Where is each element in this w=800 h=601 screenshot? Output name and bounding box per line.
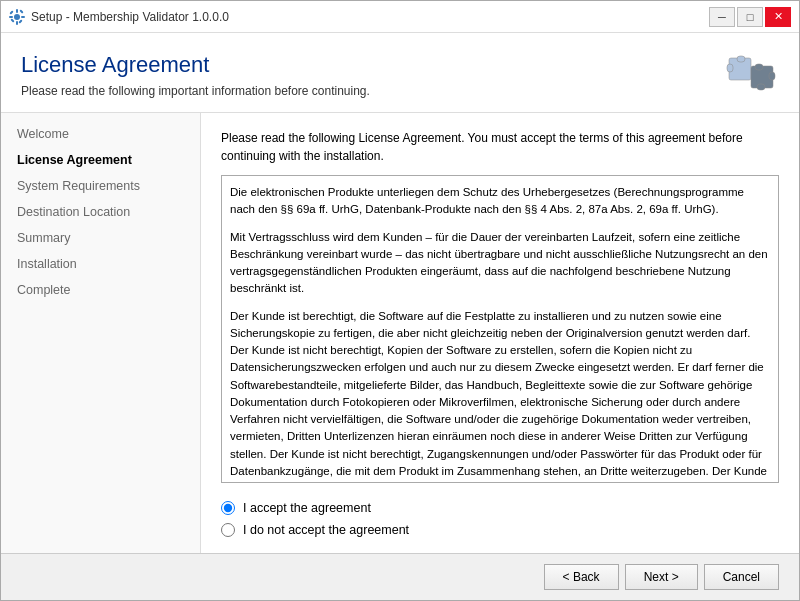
svg-rect-5 (9, 10, 13, 14)
sidebar-item-license-agreement[interactable]: License Agreement (1, 147, 200, 173)
license-text-box[interactable]: Die elektronischen Produkte unterliegen … (221, 175, 779, 483)
accept-radio[interactable] (221, 501, 235, 515)
svg-rect-2 (16, 21, 18, 25)
agreement-radio-group: I accept the agreement I do not accept t… (221, 501, 779, 537)
license-para-1: Die elektronischen Produkte unterliegen … (230, 184, 770, 219)
page-subtitle: Please read the following important info… (21, 84, 370, 98)
license-para-2: Mit Vertragsschluss wird dem Kunden – fü… (230, 229, 770, 298)
sidebar: Welcome License Agreement System Require… (1, 113, 201, 553)
sidebar-item-system-requirements[interactable]: System Requirements (1, 173, 200, 199)
svg-rect-14 (769, 72, 775, 80)
window-title: Setup - Membership Validator 1.0.0.0 (31, 10, 709, 24)
window-controls: ─ □ ✕ (709, 7, 791, 27)
page-title: License Agreement (21, 52, 370, 78)
app-icon (9, 9, 25, 25)
maximize-button[interactable]: □ (737, 7, 763, 27)
back-button[interactable]: < Back (544, 564, 619, 590)
svg-rect-8 (19, 9, 23, 13)
svg-rect-7 (10, 18, 14, 22)
svg-rect-13 (755, 64, 763, 70)
svg-rect-11 (737, 56, 745, 62)
sidebar-item-summary[interactable]: Summary (1, 225, 200, 251)
cancel-button[interactable]: Cancel (704, 564, 779, 590)
close-button[interactable]: ✕ (765, 7, 791, 27)
accept-text: I accept the agreement (243, 501, 371, 515)
titlebar: Setup - Membership Validator 1.0.0.0 ─ □… (1, 1, 799, 33)
svg-rect-3 (9, 16, 13, 18)
not-accept-label[interactable]: I do not accept the agreement (221, 523, 779, 537)
svg-rect-10 (727, 64, 733, 72)
svg-rect-1 (16, 9, 18, 13)
page-header: License Agreement Please read the follow… (1, 33, 799, 113)
setup-window: Setup - Membership Validator 1.0.0.0 ─ □… (0, 0, 800, 601)
header-text: License Agreement Please read the follow… (21, 52, 370, 98)
content-area: Please read the following License Agreem… (201, 113, 799, 553)
main-content: Welcome License Agreement System Require… (1, 113, 799, 553)
sidebar-item-destination-location[interactable]: Destination Location (1, 199, 200, 225)
footer: < Back Next > Cancel (1, 553, 799, 600)
not-accept-radio[interactable] (221, 523, 235, 537)
svg-point-0 (14, 14, 20, 20)
content-intro: Please read the following License Agreem… (221, 129, 779, 165)
license-para-3: Der Kunde ist berechtigt, die Software a… (230, 308, 770, 484)
minimize-button[interactable]: ─ (709, 7, 735, 27)
sidebar-item-installation[interactable]: Installation (1, 251, 200, 277)
header-icon (721, 50, 779, 100)
svg-rect-15 (757, 84, 765, 90)
sidebar-item-welcome[interactable]: Welcome (1, 121, 200, 147)
next-button[interactable]: Next > (625, 564, 698, 590)
not-accept-text: I do not accept the agreement (243, 523, 409, 537)
svg-rect-6 (18, 19, 22, 23)
sidebar-item-complete[interactable]: Complete (1, 277, 200, 303)
svg-rect-4 (21, 16, 25, 18)
accept-label[interactable]: I accept the agreement (221, 501, 779, 515)
